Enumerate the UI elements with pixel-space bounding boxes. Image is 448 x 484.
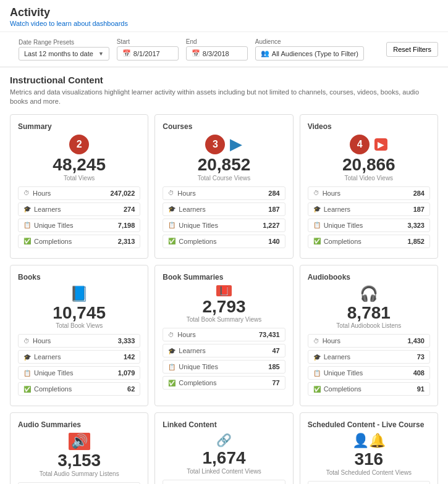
hours-icon: ⏱ xyxy=(23,338,30,344)
audiobooks-label: Total Audiobook Listens xyxy=(308,322,430,329)
stat-row: ✅Completions 91 xyxy=(308,382,430,396)
stat-value: 1,430 xyxy=(407,337,425,344)
summary-card: Summary 2 48,245 Total Views ⏱Hours 247,… xyxy=(10,114,148,259)
summary-number: 48,245 xyxy=(18,156,140,175)
link-icon: 🔗 xyxy=(216,433,232,448)
stat-value: 77 xyxy=(272,379,279,386)
learners-icon: 🎓 xyxy=(313,354,321,361)
stat-value: 185 xyxy=(268,363,279,370)
stat-label-text: Unique Titles xyxy=(34,222,74,229)
linked-content-number: 1,674 xyxy=(163,449,285,468)
books-stats: ⏱Hours 3,333 🎓Learners 142 📋Unique Title… xyxy=(18,334,140,396)
scheduled-content-number: 316 xyxy=(308,450,430,469)
stat-label-text: Hours xyxy=(323,337,340,344)
stat-label-text: Learners xyxy=(324,206,350,213)
books-card-title: Books xyxy=(18,273,140,282)
audience-label: Audience xyxy=(255,38,364,45)
books-label: Total Book Views xyxy=(18,322,140,329)
page-wrapper: Activity Watch video to learn about dash… xyxy=(0,0,448,484)
stat-value: 274 xyxy=(124,206,135,213)
videos-label: Total Video Views xyxy=(308,175,430,182)
reset-filters-button[interactable]: Reset Filters xyxy=(386,42,438,57)
titles-icon: 📋 xyxy=(168,222,175,228)
end-label: End xyxy=(186,38,248,45)
stat-row: ⏱Hours 73,431 xyxy=(163,328,285,341)
courses-badge: 3 xyxy=(205,135,225,154)
videos-icon-area: 4 ▶ xyxy=(308,135,430,154)
stat-value: 73,431 xyxy=(259,331,280,338)
summary-badge: 2 xyxy=(69,135,89,154)
start-group: Start 📅 8/1/2017 xyxy=(117,38,179,60)
stat-row: 🎓Learners 187 xyxy=(308,202,430,216)
stat-row: ✅Completions 2,313 xyxy=(18,235,140,248)
videos-card: Videos 4 ▶ 20,866 Total Video Views ⏱Hou… xyxy=(300,114,438,259)
start-input[interactable]: 📅 8/1/2017 xyxy=(117,46,179,60)
summary-card-title: Summary xyxy=(18,122,140,131)
content-section: Instructional Content Metrics and data v… xyxy=(0,67,448,484)
stat-row: ⏱Hours 3,333 xyxy=(18,334,140,348)
presets-label: Date Range Presets xyxy=(19,39,109,46)
stat-label-text: Learners xyxy=(179,347,205,354)
end-value: 8/3/2018 xyxy=(203,50,229,57)
stat-label-text: Hours xyxy=(177,190,195,197)
stat-value: 284 xyxy=(413,190,425,197)
stat-label-text: Learners xyxy=(34,353,61,361)
audio-summaries-icon-area: 🔊 xyxy=(18,433,140,450)
stat-row: 📋Unique Titles 185 xyxy=(163,360,285,373)
end-input[interactable]: 📅 8/3/2018 xyxy=(186,46,248,60)
start-value: 8/1/2017 xyxy=(133,50,160,57)
audience-select[interactable]: 👥 All Audiences (Type to Filter) xyxy=(255,46,364,60)
stat-row: 📋Unique Titles 3,323 xyxy=(308,219,430,232)
stat-value: 140 xyxy=(268,238,279,245)
summary-label: Total Views xyxy=(18,175,140,182)
titles-icon: 📋 xyxy=(23,222,31,228)
book-summaries-stats: ⏱Hours 73,431 🎓Learners 47 📋Unique Title… xyxy=(163,328,285,390)
stat-value: 62 xyxy=(127,385,135,393)
learn-link[interactable]: Watch video to learn about dashboards xyxy=(10,20,128,27)
stat-value: 73 xyxy=(417,353,425,361)
audience-value: All Audiences (Type to Filter) xyxy=(272,50,358,57)
stat-label-text: Completions xyxy=(324,385,361,393)
stat-row: 🎓Learners 73 xyxy=(308,350,430,364)
scheduled-content-label: Total Scheduled Content Views xyxy=(308,469,430,476)
learners-icon: 🎓 xyxy=(313,206,321,212)
audio-summaries-card-title: Audio Summaries xyxy=(18,420,140,429)
stat-label-text: Learners xyxy=(34,206,61,213)
audio-summary-icon: 🔊 xyxy=(69,433,90,450)
stat-row: 🎓Learners 274 xyxy=(18,202,140,216)
audio-summaries-number: 3,153 xyxy=(18,451,140,470)
presets-group: Date Range Presets Last 12 months to dat… xyxy=(19,39,109,60)
book-summaries-label: Total Book Summary Views xyxy=(163,316,285,323)
audiobooks-stats: ⏱Hours 1,430 🎓Learners 73 📋Unique Titles… xyxy=(308,334,430,396)
stat-value: 2,313 xyxy=(118,238,135,245)
stat-label-text: Unique Titles xyxy=(179,222,218,229)
stat-label-text: Unique Titles xyxy=(324,369,363,377)
header-section: Activity Watch video to learn about dash… xyxy=(0,0,448,32)
courses-icon-area: 3 ▶ xyxy=(163,135,285,154)
books-card: Books 📘 10,745 Total Book Views ⏱Hours 3… xyxy=(10,265,148,407)
completions-icon: ✅ xyxy=(313,386,321,393)
stat-row: ⏱Hours 0 xyxy=(163,480,285,484)
stat-value: 247,022 xyxy=(111,190,135,197)
scheduled-content-icon-area: 👤🔔 xyxy=(308,433,430,449)
linked-content-card: Linked Content 🔗 1,674 Total Linked Cont… xyxy=(154,412,293,484)
linked-content-label: Total Linked Content Views xyxy=(163,468,285,475)
audiobooks-number: 8,781 xyxy=(308,304,430,323)
stat-row: ⏱Hours 11 xyxy=(308,481,430,484)
stat-value: 1,852 xyxy=(407,238,425,245)
stat-label-text: Hours xyxy=(33,190,51,197)
play-icon: ▶ xyxy=(230,135,242,154)
learners-icon: 🎓 xyxy=(23,206,31,212)
hours-icon: ⏱ xyxy=(168,190,174,196)
stat-value: 3,333 xyxy=(118,337,135,344)
stat-label-text: Hours xyxy=(33,337,51,344)
stat-row: ⏱Hours 1,430 xyxy=(308,334,430,348)
filter-bar: Date Range Presets Last 12 months to dat… xyxy=(0,32,448,67)
stat-value: 187 xyxy=(268,206,279,213)
summary-icon-area: 2 xyxy=(18,135,140,154)
audience-group: Audience 👥 All Audiences (Type to Filter… xyxy=(255,38,364,60)
stat-row: ✅Completions 1,852 xyxy=(308,235,430,248)
presets-input[interactable]: Last 12 months to date ▼ xyxy=(19,47,109,60)
linked-content-icon-area: 🔗 xyxy=(163,433,285,448)
scheduled-content-card-title: Scheduled Content - Live Course xyxy=(308,420,430,429)
